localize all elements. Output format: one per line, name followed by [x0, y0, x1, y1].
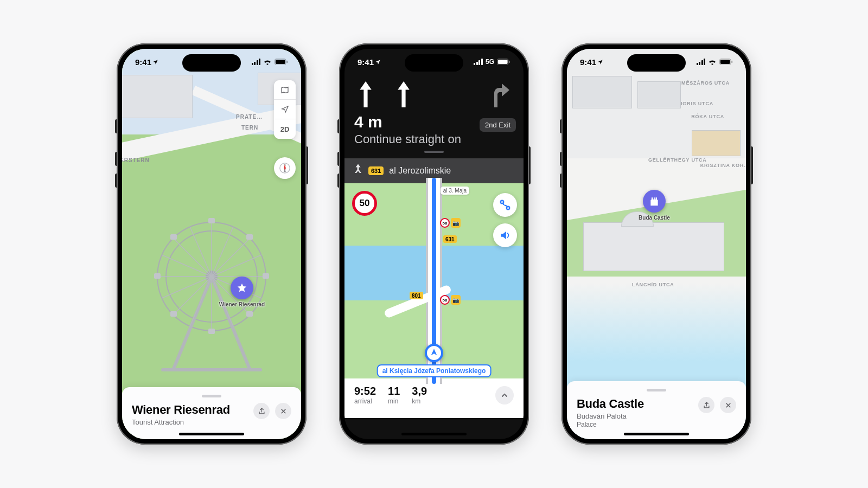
- route-overview-button[interactable]: [493, 193, 517, 217]
- wifi-icon: [708, 59, 717, 65]
- trip-bar[interactable]: 9:52 arrival 11 min 3,9 km: [344, 378, 524, 418]
- street-label: TIGRIS UTCA: [678, 101, 713, 106]
- cellular-icon: [697, 59, 706, 65]
- speed-camera: 50 📷: [440, 218, 461, 228]
- place-card[interactable]: Wiener Riesenrad Tourist Attraction: [122, 387, 301, 439]
- svg-rect-2: [286, 61, 288, 63]
- map-icon: [280, 86, 289, 94]
- nav-instruction: Continue straight on: [354, 132, 514, 146]
- place-category: Tourist Attraction: [132, 418, 230, 426]
- svg-rect-1: [276, 60, 285, 64]
- phone-frame-2: 9:41 5G 4 m 2nd Exit Continue straight o…: [339, 43, 529, 445]
- nav-arrow-icon: [430, 348, 438, 357]
- status-time: 9:41: [580, 57, 596, 67]
- wifi-icon: [263, 59, 272, 65]
- share-button[interactable]: [698, 397, 714, 413]
- close-icon: [725, 402, 732, 409]
- phone-frame-3: 9:41 MÉSZÁROS UTCA TIGRIS UTCA RÓKA UTCA…: [561, 43, 751, 445]
- location-icon: [597, 57, 603, 67]
- cellular-label: 5G: [486, 58, 494, 66]
- lane-arrow-straight-icon: [395, 81, 412, 107]
- street-label: GELLÉRTHEGY UTCA: [648, 157, 707, 163]
- home-indicator: [401, 433, 467, 435]
- cellular-icon: [474, 59, 483, 65]
- screen-2: 9:41 5G 4 m 2nd Exit Continue straight o…: [344, 49, 524, 439]
- landmark-3d-ferris-wheel: [141, 211, 282, 374]
- map-canvas[interactable]: PRATE… ERSTERN TERN: [122, 49, 301, 439]
- close-icon: [280, 408, 287, 415]
- place-card[interactable]: Buda Castle Budavári Palota Palace: [567, 381, 746, 439]
- drag-handle[interactable]: [202, 395, 221, 397]
- street-label: LÁNCHÍD UTCA: [632, 282, 674, 287]
- dynamic-island: [405, 54, 463, 72]
- lane-arrow-straight-icon: [358, 81, 374, 107]
- expand-button[interactable]: [495, 386, 514, 404]
- street-tag: al 3. Maja: [441, 187, 469, 195]
- screen-1: 9:41 PRATE… ERSTERN TERN: [122, 49, 301, 439]
- close-button[interactable]: [720, 397, 736, 413]
- route-icon: [499, 199, 511, 211]
- svg-rect-42: [731, 61, 732, 63]
- street-label: TERN: [241, 125, 258, 131]
- map-canvas[interactable]: MÉSZÁROS UTCA TIGRIS UTCA RÓKA UTCA GELL…: [567, 49, 746, 439]
- camera-icon: 📷: [451, 295, 461, 305]
- street-label: ERSTERN: [122, 157, 150, 163]
- building-3d: [692, 130, 741, 156]
- location-icon: [375, 57, 381, 67]
- place-pin[interactable]: Buda Castle: [643, 190, 666, 213]
- svg-text:N: N: [284, 164, 285, 166]
- landmark-3d-castle: [583, 222, 724, 271]
- pin-label: Buda Castle: [639, 215, 670, 221]
- svg-rect-36: [498, 60, 508, 64]
- metric-distance: 3,9 km: [412, 385, 427, 405]
- pin-label: Wiener Riesenrad: [219, 301, 265, 307]
- screen-3: 9:41 MÉSZÁROS UTCA TIGRIS UTCA RÓKA UTCA…: [567, 49, 746, 439]
- compass-icon: N: [279, 162, 291, 174]
- speed-limit-sign: 50: [352, 191, 377, 216]
- compass-button[interactable]: N: [274, 157, 296, 179]
- camera-icon: 📷: [451, 218, 461, 228]
- place-pin[interactable]: Wiener Riesenrad: [231, 277, 253, 299]
- map-layers-button[interactable]: [274, 80, 296, 100]
- locate-me-button[interactable]: [274, 100, 296, 119]
- street-label: KRISZTINA KÖR…: [700, 163, 746, 168]
- svg-rect-37: [509, 61, 510, 63]
- street-label: PRATE…: [236, 114, 263, 120]
- battery-icon: [719, 59, 733, 65]
- nav-map-canvas[interactable]: 50 al 3. Maja 50 📷 631 801 50 📷 al Księc…: [344, 183, 524, 378]
- street-label: MÉSZÁROS UTCA: [681, 80, 730, 86]
- road-number-badge: 631: [443, 235, 457, 243]
- map-controls: 2D: [274, 80, 296, 139]
- battery-icon: [275, 59, 288, 65]
- dynamic-island: [627, 54, 686, 72]
- metric-arrival: 9:52 arrival: [354, 385, 376, 405]
- speaker-icon: [499, 229, 511, 241]
- cellular-icon: [252, 59, 261, 65]
- building-3d: [122, 75, 193, 118]
- exit-badge: 2nd Exit: [480, 118, 516, 132]
- metric-duration: 11 min: [388, 385, 400, 405]
- road-number-badge: 631: [368, 166, 384, 175]
- battery-icon: [497, 59, 510, 65]
- close-button[interactable]: [275, 403, 291, 419]
- phone-frame-1: 9:41 PRATE… ERSTERN TERN: [117, 43, 307, 445]
- share-icon: [703, 401, 711, 409]
- nav-distance: 4 m: [354, 113, 382, 131]
- speed-camera: 50 📷: [440, 295, 461, 305]
- share-button[interactable]: [253, 403, 270, 419]
- lane-guidance: [354, 78, 514, 113]
- current-location-puck: [425, 344, 443, 362]
- street-label: RÓKA UTCA: [691, 114, 724, 119]
- drag-handle[interactable]: [647, 389, 666, 391]
- audio-button[interactable]: [493, 223, 517, 247]
- place-subtitle: Budavári Palota: [577, 412, 644, 420]
- status-time: 9:41: [135, 57, 151, 67]
- drag-handle[interactable]: [424, 151, 444, 153]
- map-mode-button[interactable]: 2D: [274, 119, 296, 139]
- place-category: Palace: [577, 421, 644, 428]
- place-title: Wiener Riesenrad: [132, 403, 230, 417]
- star-icon: [237, 282, 247, 293]
- status-time: 9:41: [358, 57, 374, 67]
- dynamic-island: [182, 54, 241, 72]
- location-icon: [152, 57, 158, 67]
